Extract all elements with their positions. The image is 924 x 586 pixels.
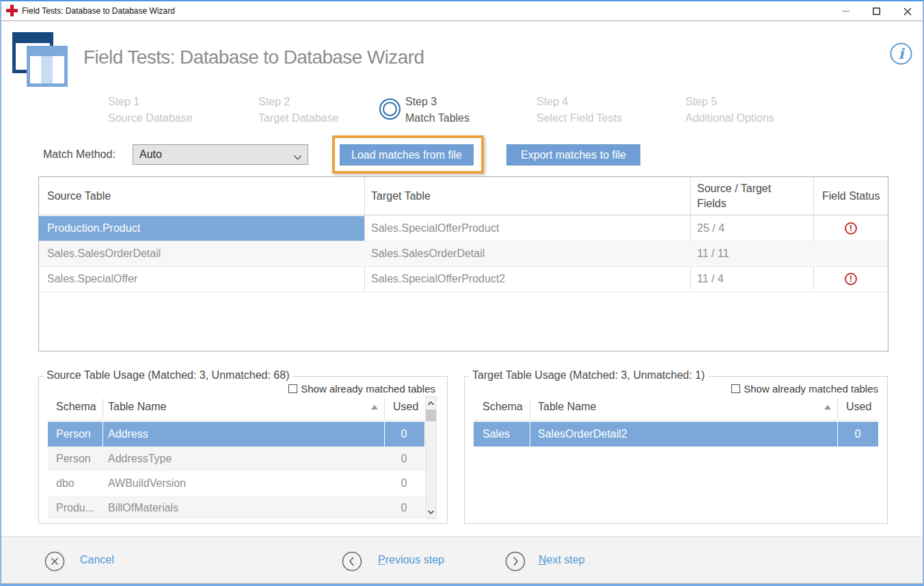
load-matches-button[interactable]: Load matches from file (340, 144, 474, 165)
cell-fields-count: 11 / 4 (690, 267, 813, 291)
column-separator (103, 399, 103, 418)
scroll-up-icon[interactable] (426, 397, 436, 409)
column-header-source-table[interactable]: Source Table (47, 190, 111, 202)
match-row-1[interactable]: Production.Product Sales.SpecialOfferPro… (39, 216, 888, 241)
source-usage-header: Schema Table Name Used (48, 396, 424, 421)
column-header-field-status[interactable]: Field Status (822, 190, 880, 202)
cell-field-status: ! (813, 267, 888, 291)
target-table-usage-group: Target Table Usage (Matched: 3, Unmatche… (464, 376, 888, 524)
app-logo (12, 31, 68, 88)
checkbox-icon[interactable] (731, 384, 740, 393)
match-row-2[interactable]: Sales.SalesOrderDetail Sales.SalesOrderD… (39, 241, 888, 266)
column-separator (384, 422, 385, 447)
step-name: Match Tables (405, 110, 470, 126)
cell-table-name: BillOfMaterials (103, 496, 384, 519)
vertical-scrollbar[interactable] (425, 396, 437, 519)
cell-table-name: SalesOrderDetail2 (530, 422, 837, 447)
column-header-schema[interactable]: Schema (56, 401, 96, 413)
match-table-header: Source Table Target Table Source / Targe… (39, 177, 888, 215)
match-row-3[interactable]: Sales.SpecialOffer Sales.SpecialOfferPro… (39, 267, 888, 291)
column-header-used[interactable]: Used (393, 401, 418, 413)
cell-table-name: AWBuildVersion (103, 471, 384, 496)
cell-target-table: Sales.SpecialOfferProduct (364, 216, 690, 241)
target-usage-row-1[interactable]: Sales SalesOrderDetail2 0 (474, 422, 878, 447)
scrollbar-thumb[interactable] (426, 410, 436, 421)
column-header-used[interactable]: Used (846, 401, 871, 413)
previous-step-label: Previous step (378, 554, 444, 566)
step-label: Step 4 (536, 94, 622, 110)
close-button[interactable] (892, 1, 923, 21)
error-status-icon: ! (845, 273, 857, 285)
source-usage-legend: Source Table Usage (Matched: 3, Unmatche… (43, 369, 293, 382)
checkbox-label: Show already matched tables (744, 383, 878, 395)
error-status-icon: ! (845, 222, 857, 235)
column-header-table-name[interactable]: Table Name (538, 401, 596, 413)
match-method-value: Auto (139, 148, 162, 161)
cell-schema: Produ... (48, 496, 103, 519)
match-table: Source Table Target Table Source / Targe… (38, 176, 888, 351)
cell-table-name: Address (103, 422, 384, 447)
column-separator (384, 399, 385, 418)
maximize-button[interactable] (861, 1, 892, 21)
minimize-button[interactable] (830, 1, 861, 21)
cell-source-table: Sales.SpecialOffer (39, 267, 364, 291)
cell-schema: Person (48, 447, 103, 471)
cell-used: 0 (384, 496, 424, 519)
app-window: Field Tests: Database to Database Wizard… (0, 0, 924, 586)
match-method-select[interactable]: Auto (133, 144, 308, 165)
step-label: Step 1 (108, 94, 193, 110)
active-step-ring-icon (379, 98, 400, 120)
checkbox-label: Show already matched tables (301, 383, 435, 395)
column-header-table-name[interactable]: Table Name (108, 401, 166, 413)
column-separator (530, 399, 530, 418)
cell-field-status: ! (813, 216, 888, 241)
checkbox-icon[interactable] (288, 384, 297, 393)
sort-ascending-icon (371, 405, 378, 410)
column-header-schema[interactable]: Schema (483, 401, 523, 413)
info-icon[interactable]: i (890, 42, 912, 65)
cell-used: 0 (384, 422, 424, 447)
titlebar: Field Tests: Database to Database Wizard (1, 1, 923, 21)
column-separator (103, 422, 103, 447)
cell-used: 0 (384, 471, 424, 496)
scroll-down-icon[interactable] (426, 506, 436, 518)
cell-schema: Sales (474, 422, 530, 447)
next-step-label: Next step (539, 554, 585, 566)
source-usage-row-3[interactable]: dbo AWBuildVersion 0 (48, 471, 424, 496)
cell-schema: dbo (48, 471, 103, 496)
logo-front-square (27, 46, 68, 87)
chevron-down-icon (293, 151, 302, 163)
step-label: Step 3 (405, 94, 470, 110)
column-header-fields-line2[interactable]: Fields (697, 198, 726, 210)
source-usage-row-4[interactable]: Produ... BillOfMaterials 0 (48, 496, 424, 519)
app-icon-red-plus (6, 5, 18, 16)
export-matches-button[interactable]: Export matches to file (506, 144, 640, 165)
cancel-label: Cancel (80, 554, 114, 566)
target-usage-header: Schema Table Name Used (474, 396, 878, 421)
column-header-fields-line1[interactable]: Source / Target (697, 183, 771, 195)
sort-ascending-icon (824, 405, 831, 410)
target-usage-legend: Target Table Usage (Matched: 3, Unmatche… (469, 369, 708, 382)
source-show-matched-checkbox-row[interactable]: Show already matched tables (288, 383, 435, 394)
source-usage-row-2[interactable]: Person AddressType 0 (48, 447, 424, 471)
step-name: Target Database (258, 110, 338, 126)
footer-bar: Cancel Previous step Next step (1, 536, 923, 584)
step-name: Select Field Tests (536, 110, 622, 126)
cell-target-table: Sales.SalesOrderDetail (364, 241, 690, 266)
column-separator (837, 399, 838, 418)
cell-fields-count: 25 / 4 (690, 216, 813, 241)
chevron-left-circle-icon (342, 551, 362, 574)
cell-fields-count: 11 / 11 (690, 241, 813, 266)
page-title: Field Tests: Database to Database Wizard (83, 46, 424, 68)
source-usage-row-1[interactable]: Person Address 0 (48, 422, 424, 447)
step-3-match-tables: Step 3 Match Tables (405, 94, 470, 126)
column-header-target-table[interactable]: Target Table (371, 190, 431, 202)
window-title: Field Tests: Database to Database Wizard (22, 1, 175, 21)
cell-target-table: Sales.SpecialOfferProduct2 (364, 267, 690, 291)
cell-schema: Person (48, 422, 103, 447)
target-show-matched-checkbox-row[interactable]: Show already matched tables (731, 383, 878, 394)
column-separator (837, 422, 838, 447)
cell-field-status (813, 241, 888, 266)
logo-stripe (41, 56, 53, 83)
step-label: Step 2 (258, 94, 338, 110)
